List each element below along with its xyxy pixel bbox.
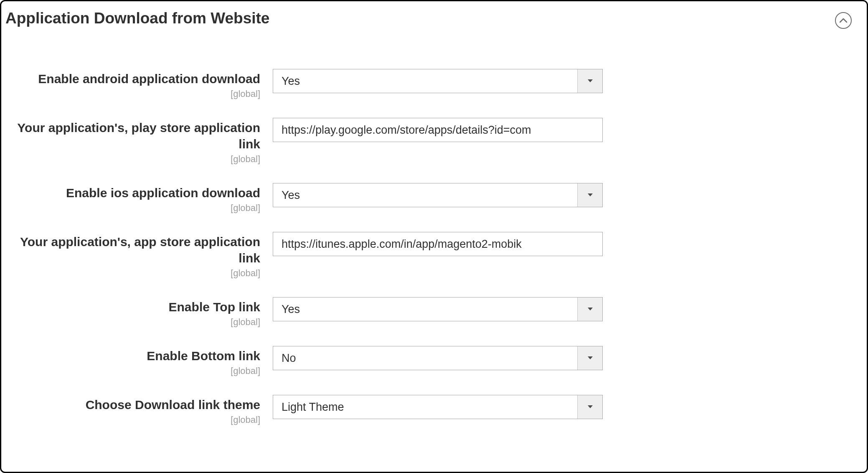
caret-down-icon — [587, 193, 593, 197]
config-section-panel: Application Download from Website Enable… — [0, 0, 868, 473]
caret-down-icon — [587, 356, 593, 360]
play-store-link-input[interactable] — [273, 118, 603, 142]
scope-label: [global] — [5, 89, 260, 99]
label-column: Enable android application download [glo… — [5, 69, 273, 99]
field-enable-ios: Enable ios application download [global]… — [5, 183, 854, 214]
caret-down-icon — [587, 405, 593, 409]
select-value: Yes — [273, 75, 577, 88]
field-play-store-link: Your application's, play store applicati… — [5, 118, 854, 165]
field-app-store-link: Your application's, app store applicatio… — [5, 232, 854, 279]
enable-bottom-link-select[interactable]: No — [273, 346, 603, 370]
fields-container: Enable android application download [glo… — [5, 69, 854, 425]
chevron-up-icon — [840, 18, 847, 23]
app-store-link-input[interactable] — [273, 232, 603, 256]
dropdown-arrow — [577, 183, 602, 207]
label-column: Enable ios application download [global] — [5, 183, 273, 214]
field-label: Your application's, app store applicatio… — [5, 234, 260, 266]
field-download-link-theme: Choose Download link theme [global] Ligh… — [5, 395, 854, 425]
scope-label: [global] — [5, 268, 260, 279]
dropdown-arrow — [577, 395, 602, 419]
section-title: Application Download from Website — [5, 10, 269, 27]
collapse-button[interactable] — [835, 12, 852, 29]
scope-label: [global] — [5, 317, 260, 328]
field-label: Your application's, play store applicati… — [5, 120, 260, 152]
select-value: Light Theme — [273, 401, 577, 414]
select-value: No — [273, 352, 577, 365]
section-header: Application Download from Website — [5, 10, 854, 44]
label-column: Choose Download link theme [global] — [5, 395, 273, 425]
scope-label: [global] — [5, 415, 260, 425]
label-column: Enable Bottom link [global] — [5, 346, 273, 376]
enable-ios-select[interactable]: Yes — [273, 183, 603, 207]
control-column: Yes — [273, 183, 603, 207]
caret-down-icon — [587, 79, 593, 83]
label-column: Enable Top link [global] — [5, 297, 273, 328]
dropdown-arrow — [577, 346, 602, 370]
field-label: Enable ios application download — [5, 185, 260, 201]
scope-label: [global] — [5, 154, 260, 165]
caret-down-icon — [587, 307, 593, 311]
dropdown-arrow — [577, 298, 602, 321]
control-column — [273, 118, 603, 142]
field-label: Enable Bottom link — [5, 348, 260, 364]
field-label: Enable Top link — [5, 299, 260, 315]
download-link-theme-select[interactable]: Light Theme — [273, 395, 603, 419]
field-label: Enable android application download — [5, 71, 260, 87]
control-column: Yes — [273, 69, 603, 93]
control-column: Light Theme — [273, 395, 603, 419]
label-column: Your application's, play store applicati… — [5, 118, 273, 165]
field-enable-android: Enable android application download [glo… — [5, 69, 854, 99]
enable-android-select[interactable]: Yes — [273, 69, 603, 93]
control-column: Yes — [273, 297, 603, 321]
field-enable-bottom-link: Enable Bottom link [global] No — [5, 346, 854, 376]
select-value: Yes — [273, 189, 577, 202]
scope-label: [global] — [5, 366, 260, 376]
scope-label: [global] — [5, 203, 260, 214]
select-value: Yes — [273, 303, 577, 316]
field-label: Choose Download link theme — [5, 397, 260, 413]
control-column — [273, 232, 603, 256]
label-column: Your application's, app store applicatio… — [5, 232, 273, 279]
enable-top-link-select[interactable]: Yes — [273, 297, 603, 321]
dropdown-arrow — [577, 69, 602, 93]
control-column: No — [273, 346, 603, 370]
field-enable-top-link: Enable Top link [global] Yes — [5, 297, 854, 328]
